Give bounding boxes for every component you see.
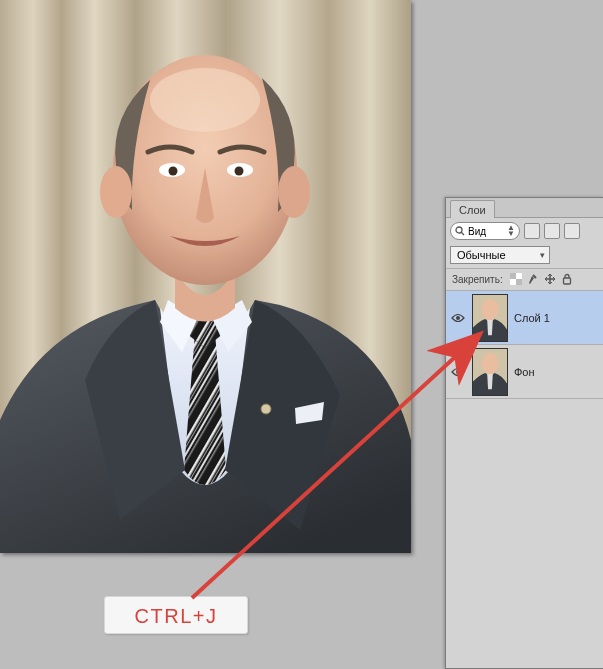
canvas-area: CTRL+J (0, 0, 445, 669)
blend-mode-label: Обычные (457, 249, 506, 261)
svg-point-21 (456, 316, 460, 320)
layer-name-label[interactable]: Слой 1 (514, 312, 550, 324)
layer-row[interactable]: Слой 1 (446, 291, 603, 345)
layer-filter-label: Вид (468, 226, 486, 237)
lock-position-icon[interactable] (543, 272, 557, 286)
svg-point-9 (278, 166, 310, 218)
filter-pixel-button[interactable] (524, 223, 540, 239)
layer-thumbnail[interactable] (472, 348, 508, 396)
svg-point-24 (456, 370, 460, 374)
lock-row: Закрепить: (446, 269, 603, 291)
svg-point-14 (150, 68, 260, 132)
panel-tab-strip: Слои (446, 198, 603, 218)
shortcut-badge: CTRL+J (104, 596, 248, 634)
layer-name-label[interactable]: Фон (514, 366, 535, 378)
svg-line-16 (461, 232, 464, 235)
filter-adjust-button[interactable] (544, 223, 560, 239)
svg-point-12 (169, 167, 178, 176)
chevron-down-icon: ▾ (540, 250, 545, 260)
svg-rect-18 (510, 273, 516, 279)
tab-layers[interactable]: Слои (450, 200, 495, 218)
svg-rect-20 (563, 278, 570, 284)
document-image[interactable] (0, 0, 411, 553)
lock-all-icon[interactable] (560, 272, 574, 286)
visibility-toggle[interactable] (450, 313, 466, 323)
svg-point-6 (261, 404, 271, 414)
updown-icon: ▲▼ (507, 225, 515, 237)
lock-transparency-icon[interactable] (509, 272, 523, 286)
svg-point-26 (482, 352, 499, 373)
lock-pixels-icon[interactable] (526, 272, 540, 286)
lock-label: Закрепить: (452, 274, 503, 285)
blend-mode-select[interactable]: Обычные ▾ (450, 246, 550, 264)
svg-point-23 (482, 298, 499, 319)
layer-thumbnail[interactable] (472, 294, 508, 342)
layer-list: Слой 1 Фон (446, 291, 603, 399)
eye-icon (451, 313, 465, 323)
layer-row[interactable]: Фон (446, 345, 603, 399)
svg-rect-19 (516, 279, 522, 285)
svg-point-8 (100, 166, 132, 218)
search-icon (455, 226, 465, 236)
layer-filter-select[interactable]: Вид ▲▼ (450, 222, 520, 240)
svg-point-13 (235, 167, 244, 176)
visibility-toggle[interactable] (450, 367, 466, 377)
filter-type-button[interactable] (564, 223, 580, 239)
blend-row: Обычные ▾ (446, 244, 603, 269)
svg-point-15 (456, 227, 462, 233)
layer-filter-row: Вид ▲▼ (446, 218, 603, 244)
eye-icon (451, 367, 465, 377)
layers-panel: Слои Вид ▲▼ Обычные ▾ Закрепить: (445, 197, 603, 669)
